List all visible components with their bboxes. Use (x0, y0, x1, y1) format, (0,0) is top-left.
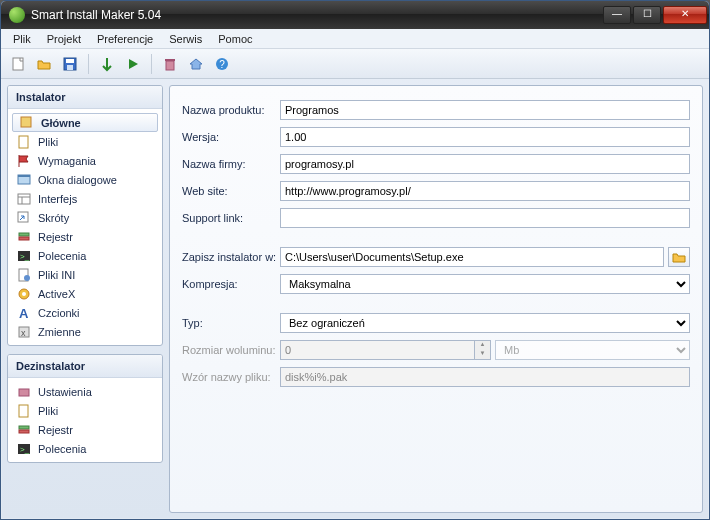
svg-rect-2 (66, 59, 74, 63)
sidebar: Instalator Główne Pliki Wymagania Okna d… (7, 85, 163, 513)
registry-icon (16, 422, 32, 438)
svg-rect-27 (19, 389, 29, 396)
file-icon (16, 403, 32, 419)
panel-installer-title: Instalator (8, 86, 162, 109)
app-icon (9, 7, 25, 23)
flag-icon (16, 153, 32, 169)
window-title: Smart Install Maker 5.04 (31, 8, 603, 22)
open-folder-icon[interactable] (33, 53, 55, 75)
sidebar-item-zmienne[interactable]: xZmienne (10, 322, 160, 341)
folder-open-icon (672, 250, 686, 264)
sidebar-item-ustawienia[interactable]: Ustawienia (10, 382, 160, 401)
sidebar-item-label: Wymagania (38, 155, 96, 167)
svg-rect-16 (19, 233, 29, 236)
svg-point-21 (24, 275, 30, 281)
run-icon[interactable] (122, 53, 144, 75)
sidebar-item-label: Pliki (38, 405, 58, 417)
website-label: Web site: (182, 185, 280, 197)
product-input[interactable] (280, 100, 690, 120)
sidebar-item-glowne[interactable]: Główne (12, 113, 158, 132)
home-icon[interactable] (185, 53, 207, 75)
help-icon[interactable]: ? (211, 53, 233, 75)
command-icon: >_ (16, 441, 32, 457)
version-label: Wersja: (182, 131, 280, 143)
delete-icon[interactable] (159, 53, 181, 75)
vars-icon: x (16, 324, 32, 340)
window-buttons: — ☐ ✕ (603, 6, 707, 24)
company-input[interactable] (280, 154, 690, 174)
compression-label: Kompresja: (182, 278, 280, 290)
sidebar-item-label: Rejestr (38, 424, 73, 436)
svg-rect-9 (19, 136, 28, 148)
svg-rect-4 (166, 61, 174, 70)
sidebar-item-czcionki[interactable]: ACzcionki (10, 303, 160, 322)
toolbar-separator (151, 54, 152, 74)
svg-text:>_: >_ (20, 252, 30, 261)
toolbar: ? (1, 49, 709, 79)
svg-text:A: A (19, 306, 29, 321)
sidebar-item-skroty[interactable]: Skróty (10, 208, 160, 227)
support-label: Support link: (182, 212, 280, 224)
sidebar-item-activex[interactable]: ActiveX (10, 284, 160, 303)
sidebar-item-label: Okna dialogowe (38, 174, 117, 186)
volsize-label: Rozmiar woluminu: (182, 344, 280, 356)
sidebar-item-label: Pliki INI (38, 269, 75, 281)
type-select[interactable]: Bez ograniczeń (280, 313, 690, 333)
minimize-button[interactable]: — (603, 6, 631, 24)
sidebar-item-label: Ustawienia (38, 386, 92, 398)
svg-point-23 (22, 292, 26, 296)
activex-icon (16, 286, 32, 302)
company-label: Nazwa firmy: (182, 158, 280, 170)
type-label: Typ: (182, 317, 280, 329)
version-input[interactable] (280, 127, 690, 147)
new-file-icon[interactable] (7, 53, 29, 75)
sidebar-item-okna[interactable]: Okna dialogowe (10, 170, 160, 189)
savepath-input[interactable] (280, 247, 664, 267)
menu-preferencje[interactable]: Preferencje (89, 31, 161, 47)
ini-icon (16, 267, 32, 283)
browse-button[interactable] (668, 247, 690, 267)
sidebar-item-label: Polecenia (38, 443, 86, 455)
app-window: Smart Install Maker 5.04 — ☐ ✕ Plik Proj… (0, 0, 710, 520)
menu-projekt[interactable]: Projekt (39, 31, 89, 47)
settings-icon (16, 384, 32, 400)
menu-pomoc[interactable]: Pomoc (210, 31, 260, 47)
sidebar-item-label: ActiveX (38, 288, 75, 300)
maximize-button[interactable]: ☐ (633, 6, 661, 24)
website-input[interactable] (280, 181, 690, 201)
save-icon[interactable] (59, 53, 81, 75)
sidebar-item-rejestr-2[interactable]: Rejestr (10, 420, 160, 439)
interface-icon (16, 191, 32, 207)
svg-rect-28 (19, 405, 28, 417)
build-icon[interactable] (96, 53, 118, 75)
sidebar-item-interfejs[interactable]: Interfejs (10, 189, 160, 208)
close-button[interactable]: ✕ (663, 6, 707, 24)
sidebar-item-label: Rejestr (38, 231, 73, 243)
titlebar: Smart Install Maker 5.04 — ☐ ✕ (1, 1, 709, 29)
sidebar-item-pliki[interactable]: Pliki (10, 132, 160, 151)
font-icon: A (16, 305, 32, 321)
command-icon: >_ (16, 248, 32, 264)
menu-serwis[interactable]: Serwis (161, 31, 210, 47)
svg-text:x: x (21, 328, 26, 338)
home-icon (19, 115, 35, 131)
svg-rect-5 (165, 59, 175, 61)
file-icon (16, 134, 32, 150)
svg-rect-12 (18, 194, 30, 204)
sidebar-item-pliki-2[interactable]: Pliki (10, 401, 160, 420)
sidebar-item-polecenia-2[interactable]: >_Polecenia (10, 439, 160, 458)
support-input[interactable] (280, 208, 690, 228)
sidebar-item-polecenia[interactable]: >_Polecenia (10, 246, 160, 265)
svg-rect-29 (19, 426, 29, 429)
sidebar-item-rejestr[interactable]: Rejestr (10, 227, 160, 246)
sidebar-item-label: Skróty (38, 212, 69, 224)
compression-select[interactable]: Maksymalna (280, 274, 690, 294)
menu-plik[interactable]: Plik (5, 31, 39, 47)
svg-rect-17 (19, 237, 29, 240)
sidebar-item-wymagania[interactable]: Wymagania (10, 151, 160, 170)
volsize-input (280, 340, 475, 360)
content-pane: Nazwa produktu: Wersja: Nazwa firmy: Web… (169, 85, 703, 513)
savepath-label: Zapisz instalator w: (182, 251, 280, 263)
sidebar-item-ini[interactable]: Pliki INI (10, 265, 160, 284)
body: Instalator Główne Pliki Wymagania Okna d… (1, 79, 709, 519)
